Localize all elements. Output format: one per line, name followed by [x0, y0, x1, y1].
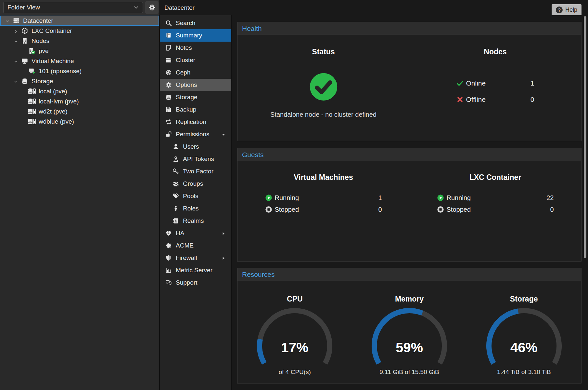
tree-item-label: local-lvm (pve) [39, 98, 79, 105]
help-button[interactable]: ? Help [552, 4, 582, 16]
nav-item-backup[interactable]: Backup [160, 103, 231, 116]
caret-down-icon [221, 132, 226, 137]
question-circle-icon: ? [556, 7, 563, 13]
cube-icon [19, 27, 30, 34]
play-circle-icon [265, 194, 272, 201]
nav-item-label: Firewall [176, 254, 197, 262]
nav-item-groups[interactable]: Groups [160, 178, 231, 190]
tree-item-pve[interactable]: pve [0, 46, 159, 56]
status-row-stopped: Stopped0 [265, 205, 382, 214]
nav-item-label: Support [176, 279, 198, 286]
nav-item-cluster[interactable]: Cluster [160, 54, 231, 66]
status-row-label: Online [466, 79, 486, 87]
nav-item-label: Backup [176, 106, 196, 113]
caret-right-icon [221, 255, 226, 261]
tree-item-virtual-machine[interactable]: Virtual Machine [0, 56, 159, 66]
nav-item-label: HA [176, 230, 184, 237]
gauge-percent-value: 46% [475, 340, 573, 356]
status-row-label: Running [275, 194, 299, 202]
cpu-usage-gauge: 17% [246, 307, 343, 368]
vertical-scrollbar-thumb[interactable] [584, 16, 586, 258]
book-icon [165, 32, 173, 39]
datacenter-nav: SearchSummaryNotesClusterCephOptionsStor… [160, 15, 231, 390]
nav-item-storage[interactable]: Storage [160, 91, 231, 103]
guests-panel-header: Guests [237, 148, 581, 161]
nav-item-label: Search [176, 20, 195, 27]
database-icon [19, 78, 30, 85]
nav-item-firewall[interactable]: Firewall [160, 252, 231, 264]
nav-item-realms[interactable]: Realms [160, 215, 231, 227]
nav-item-label: Storage [176, 94, 198, 101]
main-content: Health Status Standalone node - no clust… [232, 15, 588, 390]
tree-item-101-opnsense[interactable]: 101 (opnsense) [0, 66, 159, 76]
play-circle-icon [437, 194, 444, 201]
nav-item-options[interactable]: Options [160, 79, 231, 91]
status-row-running: Running1 [265, 193, 382, 203]
health-panel-body: Status Standalone node - no cluster defi… [237, 35, 581, 141]
nav-item-support[interactable]: Support [160, 276, 231, 289]
nav-item-two-factor[interactable]: Two Factor [160, 165, 231, 178]
gauge-subtitle: of 4 CPU(s) [279, 369, 311, 376]
nav-item-api-tokens[interactable]: API Tokens [160, 153, 231, 165]
gauge-subtitle: 9.11 GiB of 15.50 GiB [379, 369, 439, 376]
nav-item-label: Summary [176, 32, 202, 39]
database-icon [165, 94, 173, 101]
guests-column-lxc-container: LXC ContainerRunning22Stopped0 [409, 161, 581, 261]
cross-icon [456, 96, 464, 103]
tree-item-local-pve[interactable]: local (pve) [0, 86, 159, 96]
nav-item-search[interactable]: Search [160, 17, 231, 29]
nav-item-label: Metric Server [176, 267, 212, 274]
guests-column-heading: LXC Container [469, 173, 521, 182]
view-selector[interactable]: Folder View [3, 2, 143, 13]
stop-circle-icon [265, 206, 272, 213]
guests-column-heading: Virtual Machines [294, 173, 353, 182]
resources-panel-header: Resources [237, 268, 581, 281]
nav-item-ceph[interactable]: Ceph [160, 66, 231, 79]
resources-panel: Resources CPU17%of 4 CPU(s)Memory59%9.11… [237, 268, 582, 383]
tree-item-label: wd2t (pve) [39, 108, 68, 115]
status-row-value: 0 [378, 206, 382, 213]
memory-usage-gauge: 59% [361, 307, 458, 368]
chevron-down-icon [4, 18, 11, 23]
gauge-percent-value: 17% [246, 340, 343, 356]
tree-item-label: 101 (opnsense) [39, 68, 82, 75]
person-icon [172, 205, 180, 212]
tree-item-nodes[interactable]: Nodes [0, 36, 159, 46]
nav-item-summary[interactable]: Summary [160, 29, 231, 42]
tree-item-wd2t-pve[interactable]: wd2t (pve) [0, 106, 159, 116]
tree-item-lxc-container[interactable]: LXC Container [0, 26, 159, 36]
guests-rows: Running22Stopped0 [437, 193, 554, 214]
tree-item-wdblue-pve[interactable]: wdblue (pve) [0, 116, 159, 127]
health-panel-header: Health [237, 22, 581, 35]
nav-item-ha[interactable]: HA [160, 227, 231, 239]
gauge-subtitle: 1.44 TiB of 3.10 TiB [497, 369, 551, 376]
resources-panel-body: CPU17%of 4 CPU(s)Memory59%9.11 GiB of 15… [237, 281, 581, 383]
unlock-icon [165, 131, 173, 138]
nav-item-label: Cluster [176, 57, 195, 64]
gear-icon [148, 4, 156, 11]
tree-item-local-lvm-pve[interactable]: local-lvm (pve) [0, 96, 159, 106]
building-check-icon [26, 47, 37, 55]
nav-item-replication[interactable]: Replication [160, 116, 231, 128]
server-icon [11, 17, 22, 24]
nav-item-metric-server[interactable]: Metric Server [160, 264, 231, 276]
resource-column-storage: Storage46%1.44 TiB of 3.10 TiB [467, 281, 581, 383]
tree-item-label: pve [39, 47, 49, 55]
nav-item-acme[interactable]: ACME [160, 239, 231, 252]
nodes-heading: Nodes [484, 47, 506, 56]
nav-item-roles[interactable]: Roles [160, 202, 231, 215]
chevron-down-icon [133, 4, 139, 11]
nav-item-permissions[interactable]: Permissions [160, 128, 231, 141]
tree-settings-button[interactable] [145, 1, 159, 14]
nav-item-users[interactable]: Users [160, 141, 231, 153]
tree-item-label: Storage [32, 78, 53, 85]
check-circle-icon [309, 73, 338, 101]
resource-heading: Memory [395, 295, 424, 303]
nav-item-notes[interactable]: Notes [160, 42, 231, 54]
nav-item-pools[interactable]: Pools [160, 190, 231, 202]
gauge-percent-value: 59% [361, 340, 458, 356]
help-button-label: Help [565, 7, 577, 13]
status-row-label: Stopped [447, 206, 471, 213]
tree-item-datacenter[interactable]: Datacenter [0, 16, 159, 26]
tree-item-storage[interactable]: Storage [0, 76, 159, 86]
